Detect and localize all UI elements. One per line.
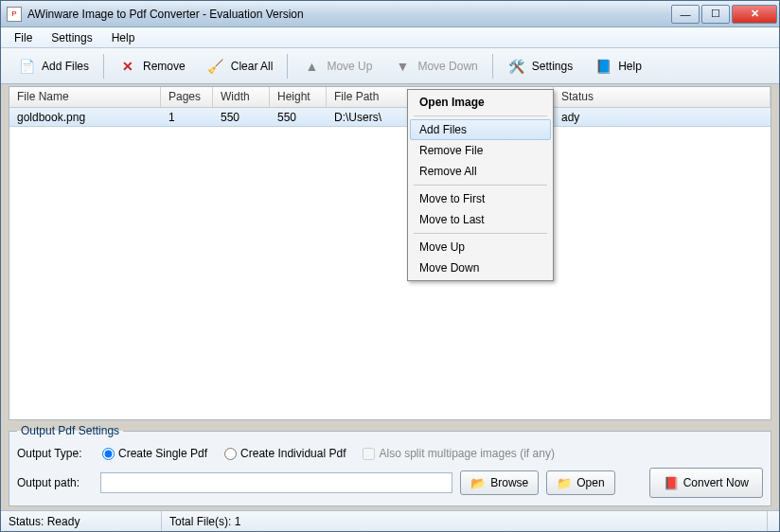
toolbar-separator <box>103 54 104 79</box>
cell-height: 550 <box>270 109 327 126</box>
clear-all-label: Clear All <box>231 60 274 73</box>
menu-help[interactable]: Help <box>102 28 145 47</box>
checkbox-split[interactable]: Also split multipage images (if any) <box>363 447 554 460</box>
toolbar-separator <box>492 54 493 79</box>
remove-icon: ✕ <box>118 57 137 76</box>
col-pages[interactable]: Pages <box>161 87 213 107</box>
clear-all-icon: 🧹 <box>206 57 225 76</box>
ctx-open-image[interactable]: Open Image <box>410 92 551 113</box>
statusbar: Status: Ready Total File(s): 1 <box>1 510 779 531</box>
app-window: P AWinware Image to Pdf Converter - Eval… <box>0 0 780 532</box>
help-icon: 📘 <box>594 57 612 76</box>
maximize-button[interactable] <box>701 5 730 24</box>
remove-button[interactable]: ✕ Remove <box>110 52 194 80</box>
convert-label: Convert Now <box>683 476 749 489</box>
col-filename[interactable]: File Name <box>9 87 161 107</box>
ctx-move-up[interactable]: Move Up <box>410 237 551 257</box>
col-height[interactable]: Height <box>270 87 327 107</box>
browse-button[interactable]: 📂 Browse <box>460 470 539 495</box>
settings-label: Settings <box>532 60 573 73</box>
radio-single-label: Create Single Pdf <box>118 447 207 460</box>
toolbar: 📄 Add Files ✕ Remove 🧹 Clear All ▲ Move … <box>1 48 779 84</box>
radio-individual-input[interactable] <box>224 448 237 460</box>
radio-single-input[interactable] <box>102 448 115 460</box>
cell-status: ady <box>554 109 771 126</box>
help-button[interactable]: 📘 Help <box>585 52 650 80</box>
help-label: Help <box>618 60 642 73</box>
output-legend: Output Pdf Settings <box>17 424 123 437</box>
remove-label: Remove <box>143 60 186 73</box>
table-header: File Name Pages Width Height File Path S… <box>9 87 771 108</box>
output-type-label: Output Type: <box>17 447 93 460</box>
ctx-remove-file[interactable]: Remove File <box>410 140 551 161</box>
window-title: AWinware Image to Pdf Converter - Evalua… <box>27 8 671 21</box>
close-button[interactable] <box>732 5 777 24</box>
cell-width: 550 <box>213 109 270 126</box>
settings-button[interactable]: 🛠️ Settings <box>499 52 581 80</box>
output-path-row: Output path: 📂 Browse 📁 Open 📕 Convert N… <box>17 468 763 498</box>
move-up-label: Move Up <box>327 60 372 73</box>
checkbox-split-input[interactable] <box>363 448 375 460</box>
status-total-files: Total File(s): 1 <box>162 511 768 531</box>
ctx-separator <box>414 115 547 116</box>
ctx-move-down[interactable]: Move Down <box>410 257 551 278</box>
add-files-button[interactable]: 📄 Add Files <box>9 52 98 80</box>
move-up-icon: ▲ <box>302 57 321 76</box>
move-up-button[interactable]: ▲ Move Up <box>293 52 381 80</box>
file-table: File Name Pages Width Height File Path S… <box>9 86 771 420</box>
output-settings-panel: Output Pdf Settings Output Type: Create … <box>9 424 771 506</box>
ctx-separator <box>414 233 547 234</box>
ctx-remove-all[interactable]: Remove All <box>410 161 551 182</box>
browse-label: Browse <box>490 476 528 489</box>
menu-file[interactable]: File <box>5 28 42 47</box>
radio-individual-pdf[interactable]: Create Individual Pdf <box>224 447 346 460</box>
convert-button[interactable]: 📕 Convert Now <box>649 468 763 498</box>
ctx-move-first[interactable]: Move to First <box>410 188 551 209</box>
minimize-button[interactable] <box>671 5 700 24</box>
table-row[interactable]: goldbook.png 1 550 550 D:\Users\ ady <box>9 108 771 127</box>
output-type-radios: Create Single Pdf Create Individual Pdf … <box>102 447 555 460</box>
move-down-label: Move Down <box>417 60 477 73</box>
move-down-button[interactable]: ▼ Move Down <box>384 52 486 80</box>
add-files-label: Add Files <box>42 60 89 73</box>
move-down-icon: ▼ <box>393 57 412 76</box>
col-status[interactable]: Status <box>554 87 771 107</box>
ctx-add-files[interactable]: Add Files <box>410 119 551 140</box>
output-path-label: Output path: <box>17 476 93 489</box>
output-path-input[interactable] <box>100 472 452 493</box>
col-width[interactable]: Width <box>213 87 270 107</box>
folder-icon: 📂 <box>470 475 486 490</box>
cell-pages: 1 <box>161 109 213 126</box>
radio-individual-label: Create Individual Pdf <box>240 447 346 460</box>
open-icon: 📁 <box>557 475 572 490</box>
window-controls <box>671 5 777 24</box>
menubar: File Settings Help <box>1 27 779 48</box>
status-ready: Status: Ready <box>1 511 162 531</box>
settings-icon: 🛠️ <box>507 57 526 76</box>
clear-all-button[interactable]: 🧹 Clear All <box>198 52 282 80</box>
open-label: Open <box>576 476 604 489</box>
open-button[interactable]: 📁 Open <box>546 470 614 495</box>
app-icon: P <box>7 7 22 22</box>
ctx-separator <box>414 185 547 186</box>
pdf-icon: 📕 <box>664 475 679 490</box>
add-files-icon: 📄 <box>17 57 36 76</box>
titlebar: P AWinware Image to Pdf Converter - Eval… <box>1 1 779 27</box>
checkbox-split-label: Also split multipage images (if any) <box>379 447 554 460</box>
output-type-row: Output Type: Create Single Pdf Create In… <box>17 447 763 460</box>
menu-settings[interactable]: Settings <box>42 28 101 47</box>
radio-single-pdf[interactable]: Create Single Pdf <box>102 447 207 460</box>
ctx-move-last[interactable]: Move to Last <box>410 209 551 230</box>
context-menu: Open Image Add Files Remove File Remove … <box>407 89 554 281</box>
cell-filename: goldbook.png <box>9 109 161 126</box>
toolbar-separator <box>287 54 288 79</box>
